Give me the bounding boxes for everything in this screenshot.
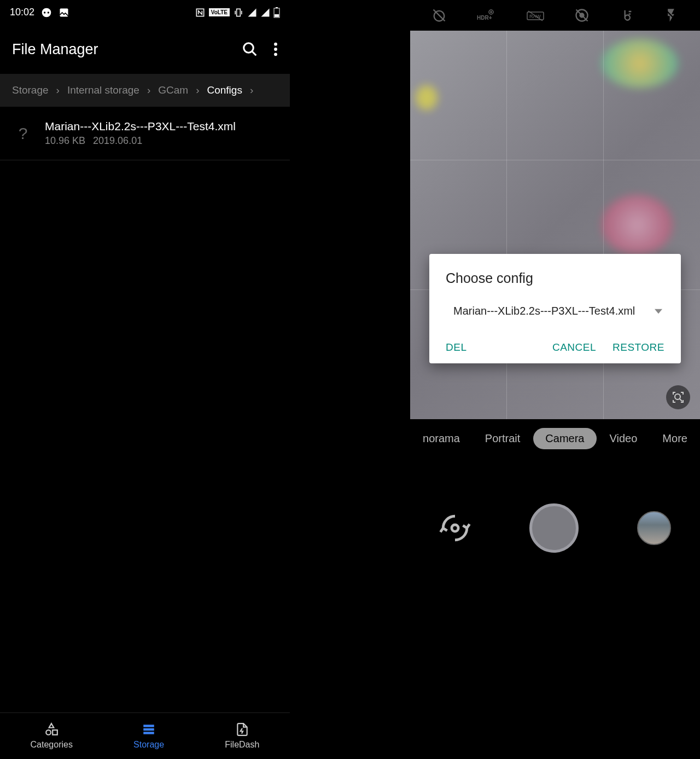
white-balance-icon[interactable]	[619, 8, 634, 23]
volte-icon: VoLTE	[209, 8, 230, 16]
file-row[interactable]: ? Marian---XLib2.2s---P3XL---Test4.xml 1…	[0, 107, 290, 160]
file-name: Marian---XLib2.2s---P3XL---Test4.xml	[45, 120, 278, 133]
categories-icon	[44, 722, 59, 737]
nav-categories[interactable]: Categories	[31, 722, 73, 750]
vibrate-icon	[233, 7, 244, 18]
choose-config-dialog: Choose config Marian---XLib2.2s---P3XL--…	[429, 254, 681, 363]
chevron-right-icon: ›	[56, 84, 60, 96]
flash-off-icon[interactable]	[663, 8, 679, 23]
page-title: File Manager	[12, 41, 98, 58]
chevron-right-icon: ›	[147, 84, 150, 96]
signal-4g-icon	[260, 8, 270, 18]
gallery-thumbnail[interactable]	[637, 511, 671, 545]
image-icon	[59, 7, 69, 18]
breadcrumb-item[interactable]: Storage	[12, 84, 49, 96]
hdr-plus-icon[interactable]: HDR+	[476, 8, 497, 23]
svg-rect-14	[52, 730, 57, 735]
lens-icon	[672, 391, 685, 404]
file-date: 2019.06.01	[93, 135, 142, 147]
svg-rect-8	[276, 7, 278, 8]
filedash-icon	[235, 722, 249, 737]
file-size: 10.96 KB	[45, 135, 85, 147]
mode-video[interactable]: Video	[598, 428, 650, 449]
svg-rect-3	[60, 8, 68, 16]
svg-rect-16	[143, 728, 154, 731]
dialog-title: Choose config	[446, 270, 664, 286]
nav-label: Categories	[31, 740, 73, 750]
mode-camera[interactable]: Camera	[533, 428, 596, 449]
battery-icon	[273, 7, 280, 18]
svg-text:HDR+: HDR+	[477, 15, 492, 21]
svg-point-26	[452, 525, 458, 531]
svg-point-25	[675, 394, 680, 399]
bottom-nav: Categories Storage FileDash	[0, 712, 290, 759]
nfc-icon	[195, 7, 206, 18]
svg-point-9	[244, 43, 254, 53]
google-lens-button[interactable]	[666, 385, 690, 409]
camera-screen: HDR+ RAW norama Portrait Camera Video Mo…	[410, 0, 700, 759]
breadcrumb: Storage › Internal storage › GCam › Conf…	[0, 74, 290, 107]
breadcrumb-item-active[interactable]: Configs	[207, 84, 242, 96]
timer-off-icon[interactable]	[431, 8, 447, 23]
file-manager-screen: 10:02 VoLTE File Manager Storage › Inter…	[0, 0, 290, 759]
reddit-icon	[41, 7, 52, 18]
mode-panorama[interactable]: norama	[411, 428, 472, 449]
mode-more[interactable]: More	[650, 428, 699, 449]
delete-button[interactable]: DEL	[446, 341, 466, 354]
svg-rect-5	[237, 9, 241, 16]
shutter-button[interactable]	[529, 503, 579, 553]
raw-icon[interactable]: RAW	[526, 8, 545, 23]
config-dropdown[interactable]: Marian---XLib2.2s---P3XL---Test4.xml	[446, 300, 664, 322]
breadcrumb-item[interactable]: Internal storage	[67, 84, 139, 96]
nav-storage[interactable]: Storage	[133, 722, 164, 750]
breadcrumb-item[interactable]: GCam	[158, 84, 188, 96]
dropdown-arrow-icon	[655, 308, 662, 315]
nav-label: Storage	[133, 740, 164, 750]
svg-rect-15	[143, 725, 154, 727]
camera-mode-strip: norama Portrait Camera Video More	[410, 419, 700, 457]
svg-point-12	[274, 53, 277, 56]
mode-portrait[interactable]: Portrait	[473, 428, 532, 449]
svg-rect-17	[143, 732, 154, 734]
svg-point-13	[46, 730, 51, 735]
more-icon[interactable]	[273, 42, 278, 57]
camera-top-bar: HDR+ RAW	[410, 0, 700, 31]
search-icon[interactable]	[242, 41, 258, 57]
nav-label: FileDash	[225, 740, 259, 750]
svg-point-10	[274, 43, 277, 46]
motion-off-icon[interactable]	[574, 8, 590, 23]
storage-icon	[142, 722, 156, 737]
svg-point-11	[274, 48, 277, 51]
camera-controls	[410, 482, 700, 575]
svg-point-1	[44, 11, 45, 13]
svg-rect-7	[275, 14, 279, 17]
svg-point-0	[42, 8, 51, 17]
status-bar: 10:02 VoLTE	[0, 0, 290, 25]
restore-button[interactable]: RESTORE	[612, 341, 664, 354]
nav-filedash[interactable]: FileDash	[225, 722, 259, 750]
switch-camera-icon[interactable]	[439, 512, 471, 544]
file-manager-header: File Manager	[0, 25, 290, 74]
unknown-file-icon: ?	[12, 124, 34, 143]
svg-point-2	[48, 11, 49, 13]
config-selected: Marian---XLib2.2s---P3XL---Test4.xml	[453, 305, 635, 317]
status-time: 10:02	[10, 7, 34, 18]
signal-icon	[247, 8, 257, 18]
chevron-right-icon: ›	[250, 84, 253, 96]
chevron-right-icon: ›	[196, 84, 199, 96]
cancel-button[interactable]: CANCEL	[552, 341, 596, 354]
